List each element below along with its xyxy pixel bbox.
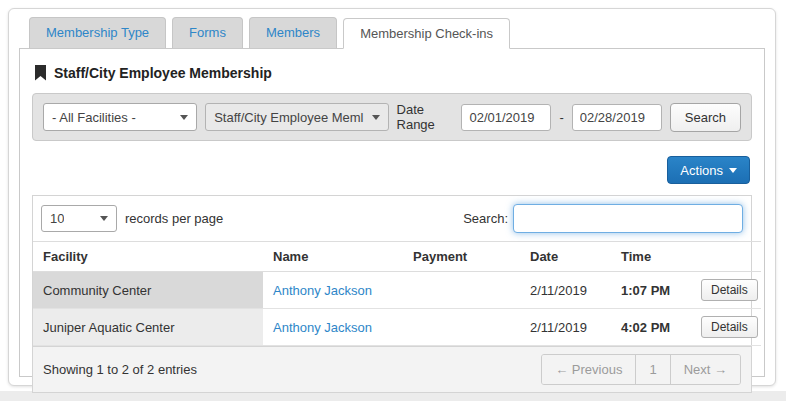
page-length-value: 10: [50, 211, 64, 226]
table-row: Juniper Aquatic Center Anthony Jackson 2…: [33, 309, 761, 346]
tab-members[interactable]: Members: [249, 17, 337, 48]
actions-row: Actions: [32, 156, 750, 184]
cell-payment: [403, 309, 520, 346]
tab-membership-type[interactable]: Membership Type: [29, 17, 166, 48]
pagination-page-1-button[interactable]: 1: [635, 355, 669, 384]
table-row: Community Center Anthony Jackson 2/11/20…: [33, 272, 761, 309]
member-name-link[interactable]: Anthony Jackson: [273, 320, 372, 335]
header-payment[interactable]: Payment: [403, 242, 520, 272]
header-details: [691, 242, 761, 272]
tab-membership-check-ins[interactable]: Membership Check-ins: [343, 18, 510, 49]
date-to-input[interactable]: [572, 104, 662, 131]
member-name-link[interactable]: Anthony Jackson: [273, 283, 372, 298]
table-search-label: Search:: [463, 211, 513, 226]
header-date[interactable]: Date: [520, 242, 611, 272]
cell-time: 1:07 PM: [611, 272, 691, 309]
cell-facility: Community Center: [33, 272, 263, 309]
chevron-down-icon: [180, 115, 188, 120]
cell-facility: Juniper Aquatic Center: [33, 309, 263, 346]
date-from-input[interactable]: [461, 104, 551, 131]
pagination: ← Previous 1 Next →: [541, 354, 741, 385]
panel-title: Staff/City Employee Membership: [32, 61, 752, 93]
actions-button[interactable]: Actions: [667, 156, 750, 184]
membership-select-value: Staff/City Employee Meml: [214, 110, 363, 125]
tab-bar: Membership Type Forms Members Membership…: [29, 17, 775, 48]
table-footer: Showing 1 to 2 of 2 entries ← Previous 1…: [33, 346, 751, 392]
page-length-select[interactable]: 10: [41, 205, 117, 232]
chevron-down-icon: [372, 115, 380, 120]
cell-name: Anthony Jackson: [263, 309, 403, 346]
check-ins-table: Facility Name Payment Date Time Communit…: [33, 241, 761, 346]
facility-select[interactable]: - All Facilities -: [43, 103, 197, 131]
cell-name: Anthony Jackson: [263, 272, 403, 309]
cell-date: 2/11/2019: [520, 309, 611, 346]
tab-content-panel: Staff/City Employee Membership - All Fac…: [19, 48, 765, 377]
cell-details: Details: [691, 272, 761, 309]
filter-bar: - All Facilities - Staff/City Employee M…: [32, 93, 752, 141]
date-range-label: Date Range: [397, 102, 454, 132]
chevron-down-icon: [100, 216, 108, 221]
table-controls: 10 records per page Search:: [33, 196, 751, 241]
date-separator: -: [559, 110, 563, 125]
tab-forms[interactable]: Forms: [172, 17, 243, 48]
bookmark-icon: [34, 65, 47, 81]
header-name[interactable]: Name: [263, 242, 403, 272]
main-panel: Membership Type Forms Members Membership…: [8, 8, 776, 386]
header-facility[interactable]: Facility: [33, 242, 263, 272]
cell-details: Details: [691, 309, 761, 346]
membership-select[interactable]: Staff/City Employee Meml: [205, 103, 388, 131]
datatable-wrapper: 10 records per page Search: Facility Nam…: [32, 195, 752, 393]
table-header-row: Facility Name Payment Date Time: [33, 242, 761, 272]
entries-info: Showing 1 to 2 of 2 entries: [43, 362, 197, 377]
page-length-suffix: records per page: [125, 211, 223, 226]
pagination-previous-button[interactable]: ← Previous: [542, 355, 635, 384]
cell-time: 4:02 PM: [611, 309, 691, 346]
chevron-down-icon: [729, 168, 737, 173]
pagination-next-button[interactable]: Next →: [670, 355, 740, 384]
details-button[interactable]: Details: [701, 279, 758, 301]
cell-payment: [403, 272, 520, 309]
actions-button-label: Actions: [680, 163, 723, 178]
details-button[interactable]: Details: [701, 316, 758, 338]
panel-title-text: Staff/City Employee Membership: [54, 65, 272, 81]
search-button[interactable]: Search: [670, 103, 741, 132]
header-time[interactable]: Time: [611, 242, 691, 272]
cell-date: 2/11/2019: [520, 272, 611, 309]
table-search-input[interactable]: [513, 204, 743, 233]
facility-select-value: - All Facilities -: [52, 110, 136, 125]
